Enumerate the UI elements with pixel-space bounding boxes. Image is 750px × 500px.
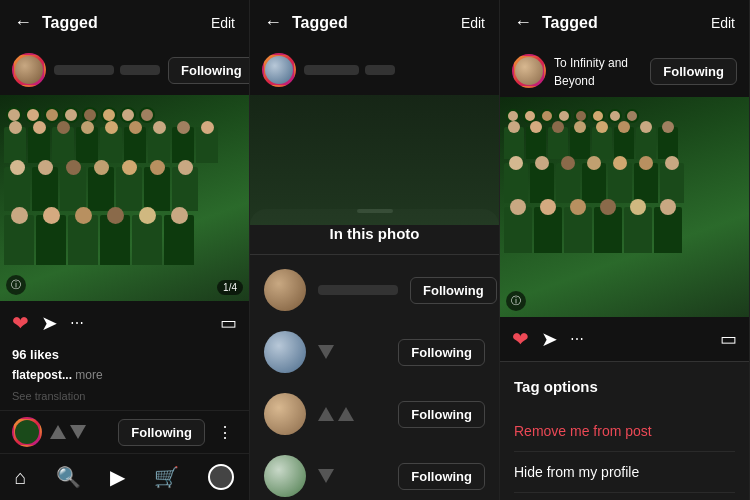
learn-more-option[interactable]: Learn More (514, 493, 735, 500)
person-3-name-area (318, 407, 386, 421)
person-2-avatar[interactable] (264, 331, 306, 373)
person-3-avatar[interactable] (264, 393, 306, 435)
shape-down-2 (318, 469, 334, 483)
panel3-location-badge: ⓘ (506, 291, 526, 311)
panel1-photo: ⓘ 1/4 (0, 95, 249, 301)
person-4-shapes (318, 469, 386, 483)
bottom-more-icon[interactable]: ⋮ (213, 423, 237, 442)
panel2-header-left: ← Tagged (264, 12, 348, 33)
shape-up-1 (318, 407, 334, 421)
panel1-story-row: Following ⋮ (0, 45, 249, 95)
panel3-graduation-photo (500, 97, 749, 317)
share-icon[interactable]: ➤ (41, 311, 58, 335)
person-1-avatar[interactable] (264, 269, 306, 311)
shape-down-1 (318, 345, 334, 359)
person-row-1: Following (250, 259, 499, 321)
person-3-shapes (318, 407, 386, 421)
person-4-following-button[interactable]: Following (398, 463, 485, 490)
panel3-story-row: To Infinity and Beyond Following (500, 45, 749, 97)
panel-2: ← Tagged Edit In this photo Following (250, 0, 500, 500)
panel1-header: ← Tagged Edit (0, 0, 249, 45)
panel3-avatar-image (515, 57, 543, 85)
bottom-avatar-image (15, 420, 39, 444)
person-1-following-button[interactable]: Following (410, 277, 497, 304)
panel1-header-left: ← Tagged (14, 12, 98, 33)
panel3-heart-icon[interactable]: ❤ (512, 327, 529, 351)
panel3-username-area: To Infinity and Beyond (554, 53, 642, 89)
panel3-avatar (512, 54, 546, 88)
bottom-shape-placeholder (50, 425, 86, 439)
panel3-photo: ⓘ (500, 97, 749, 317)
panel3-edit-button[interactable]: Edit (711, 15, 735, 31)
panel-3: ← Tagged Edit To Infinity and Beyond Fol… (500, 0, 750, 500)
caption-row: flatepost... more (0, 366, 249, 388)
remove-from-post-option[interactable]: Remove me from post (514, 411, 735, 452)
panel3-title: Tagged (542, 14, 598, 32)
panel3-header: ← Tagged Edit (500, 0, 749, 45)
panel1-title: Tagged (42, 14, 98, 32)
panel2-avatar-image (265, 56, 293, 84)
tag-options-panel: Tag options Remove me from post Hide fro… (500, 361, 749, 500)
username-bar2 (120, 65, 160, 75)
panel3-action-row: ❤ ➤ ⋯ ▭ (500, 317, 749, 361)
avatar (12, 53, 46, 87)
panel2-back-icon[interactable]: ← (264, 12, 282, 33)
hide-from-profile-option[interactable]: Hide from my profile (514, 452, 735, 493)
panel1-edit-button[interactable]: Edit (211, 15, 235, 31)
caption-username: flatepost... (12, 368, 72, 382)
person-row-2: Following (250, 321, 499, 383)
panel2-username-bar2 (365, 65, 395, 75)
username-area (54, 65, 160, 75)
panel3-username: To Infinity and Beyond (554, 56, 628, 88)
panel3-bookmark-icon[interactable]: ▭ (720, 328, 737, 350)
bottom-avatar (12, 417, 42, 447)
shape-up-2 (338, 407, 354, 421)
reels-icon[interactable]: ▶ (110, 465, 125, 489)
sheet-title: In this photo (250, 225, 499, 255)
bottom-following-button[interactable]: Following (118, 419, 205, 446)
panel2-username-area (304, 65, 487, 75)
panel3-header-left: ← Tagged (514, 12, 598, 33)
back-arrow-icon[interactable]: ← (14, 12, 32, 33)
bookmark-icon[interactable]: ▭ (220, 312, 237, 334)
likes-count: 96 likes (0, 345, 249, 366)
heart-icon[interactable]: ❤ (12, 311, 29, 335)
more-dots-icon[interactable]: ⋯ (70, 315, 86, 331)
person-2-following-button[interactable]: Following (398, 339, 485, 366)
caption-more[interactable]: more (75, 368, 102, 382)
see-translation-link[interactable]: See translation (12, 390, 85, 402)
avatar-image (15, 56, 43, 84)
profile-icon[interactable] (208, 464, 234, 490)
person-row-4: Following (250, 445, 499, 500)
panel1-following-button[interactable]: Following (168, 57, 250, 84)
search-icon[interactable]: 🔍 (56, 465, 81, 489)
panel1-bottom-story-row: Following ⋮ (0, 410, 249, 453)
translation-row: See translation (0, 388, 249, 410)
panel3-following-button[interactable]: Following (650, 58, 737, 85)
person-4-avatar[interactable] (264, 455, 306, 497)
person-row-3: Following (250, 383, 499, 445)
triangle-down-icon (70, 425, 86, 439)
panel3-more-dots-icon[interactable]: ⋯ (570, 331, 586, 347)
panel2-dimmed-photo (250, 95, 499, 225)
panel-1: ← Tagged Edit Following ⋮ (0, 0, 250, 500)
panel2-edit-button[interactable]: Edit (461, 15, 485, 31)
page-indicator: 1/4 (217, 280, 243, 295)
person-3-following-button[interactable]: Following (398, 401, 485, 428)
person-2-name-area (318, 345, 386, 359)
panel2-title: Tagged (292, 14, 348, 32)
person-4-name-area (318, 469, 386, 483)
person-1-name-bar (318, 285, 398, 295)
in-this-photo-sheet: In this photo Following Following (250, 209, 499, 500)
home-icon[interactable]: ⌂ (15, 466, 27, 489)
panel2-header: ← Tagged Edit (250, 0, 499, 45)
location-badge: ⓘ (6, 275, 26, 295)
tag-options-title: Tag options (514, 378, 735, 395)
panel2-username-bar (304, 65, 359, 75)
shop-icon[interactable]: 🛒 (154, 465, 179, 489)
graduation-photo (0, 95, 249, 301)
panel2-story-row (250, 45, 499, 95)
panel3-share-icon[interactable]: ➤ (541, 327, 558, 351)
panel3-back-icon[interactable]: ← (514, 12, 532, 33)
panel1-bottom-nav: ⌂ 🔍 ▶ 🛒 (0, 453, 249, 500)
